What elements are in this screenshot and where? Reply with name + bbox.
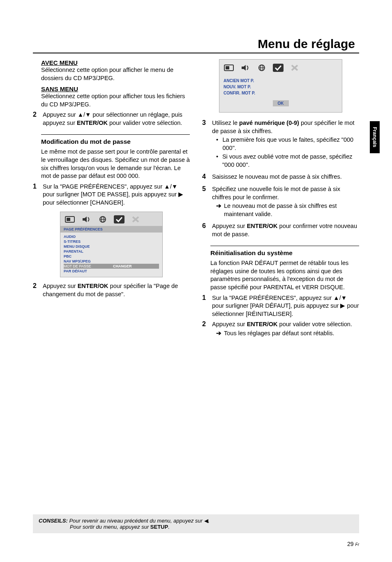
right-column: ANCIEN MOT P. NOUV. MOT P. CONFIR. MOT P…	[202, 59, 359, 337]
text: Pour sortir du menu, appuyez sur	[70, 524, 150, 530]
text: Appuyez sur	[43, 283, 78, 289]
osd-item: PAR DÉFAUT	[64, 269, 159, 274]
bullet-dot: •	[216, 136, 219, 152]
arrow-note: ➔Le nouveau mot de passe à six chiffres …	[216, 202, 359, 218]
sans-block: SANS MENU Sélectionnez cette option pour…	[41, 85, 190, 108]
section-rule	[210, 246, 359, 246]
step-body: Sur la "PAGE PRÉFÉRENCES", appuyez sur ▲…	[43, 183, 190, 207]
mod-step-1: 1 Sur la "PAGE PRÉFÉRENCES", appuyez sur…	[33, 183, 190, 207]
close-icon	[289, 64, 300, 72]
step-body: Appuyez sur ENTER/OK pour spécifier la "…	[43, 282, 190, 298]
enter-ok-label: ENTER/OK	[247, 321, 278, 327]
bullet-text: La première fois que vous le faites, spé…	[222, 136, 359, 152]
tips-label: CONSEILS:	[39, 518, 68, 524]
right-step-4: 4 Saisissez le nouveau mot de passe à si…	[202, 173, 359, 181]
step-body: Utilisez le pavé numérique (0-9) pour sp…	[212, 119, 359, 169]
osd-item: NAV MP3/JPEG	[64, 259, 159, 264]
arrow-text: Tous les réglages par défaut sont rétabl…	[224, 329, 334, 338]
tips-box: CONSEILS: Pour revenir au niveau précéde…	[33, 514, 359, 533]
tv-icon	[65, 215, 75, 223]
step-number: 2	[202, 320, 208, 337]
reinit-step-2: 2 Appuyez sur ENTER/OK pour valider votr…	[202, 320, 359, 337]
ok-button: OK	[273, 100, 289, 106]
globe-icon	[256, 64, 267, 72]
keypad-label: pavé numérique (0-9)	[239, 120, 299, 126]
text: Utilisez le	[212, 120, 239, 126]
arrow-note: ➔Tous les réglages par défaut sont rétab…	[216, 329, 359, 338]
columns: AVEC MENU Sélectionnez cette option pour…	[33, 59, 359, 337]
avec-menu-body: Sélectionnez cette option pour afficher …	[41, 66, 190, 82]
osd-icon-row	[224, 64, 338, 76]
mod-heading: Modification du mot de passe	[41, 138, 190, 145]
speaker-icon	[81, 215, 92, 223]
setup-label: SETUP	[150, 524, 168, 530]
page: Menu de réglage Français AVEC MENU Sélec…	[0, 0, 392, 562]
osd2-ok-row: OK	[224, 96, 338, 106]
svg-rect-6	[226, 66, 229, 69]
osd-list: AUDIO S-TITRES MENU DISQUE PARENTAL PBC …	[60, 233, 162, 277]
step-number: 1	[202, 294, 208, 318]
osd-item: PARENTAL	[64, 249, 159, 254]
left-icon: ◀	[204, 518, 208, 524]
reinit-step-1: 1 Sur la "PAGE PRÉFÉRENCES", appuyez sur…	[202, 294, 359, 318]
osd-section-label: PAGE PRÉFÉRENCES	[60, 226, 162, 233]
osd-hl-right: CHANGER	[113, 264, 132, 268]
right-icon: ▶	[340, 302, 345, 309]
globe-icon	[97, 215, 108, 223]
mod-block: Modification du mot de passe Le même mot…	[41, 138, 190, 180]
updown-icon: ▲/▼	[78, 111, 91, 118]
updown-icon: ▲/▼	[333, 295, 347, 301]
mod-body: Le même mot de passe sert pour le contrô…	[41, 148, 190, 180]
osd-item: PBC	[64, 254, 159, 259]
step-body: Saisissez le nouveau mot de passe à six …	[212, 173, 359, 181]
title-rule	[33, 53, 359, 53]
osd2-label: CONFIR. MOT P.	[224, 90, 338, 96]
arrow-icon: ➔	[216, 202, 221, 218]
text: .	[168, 524, 170, 530]
avec-block: AVEC MENU Sélectionnez cette option pour…	[41, 59, 190, 82]
step-number: 6	[202, 222, 208, 238]
page-number-value: 29	[347, 541, 354, 547]
enter-ok-label: ENTER/OK	[247, 223, 278, 229]
osd2-label: NOUV. MOT P.	[224, 84, 338, 90]
text: pour surligner [MOT DE PASSE], puis appu…	[43, 191, 178, 198]
osd-hl-left: MOT DE PASSE	[64, 264, 113, 268]
text: Spécifiez une nouvelle fois le mot de pa…	[212, 186, 340, 200]
step-body: Sur la "PAGE PRÉFÉRENCES", appuyez sur ▲…	[212, 294, 359, 318]
osd-password: ANCIEN MOT P. NOUV. MOT P. CONFIR. MOT P…	[219, 59, 342, 113]
mod-step-2: 2 Appuyez sur ENTER/OK pour spécifier la…	[33, 282, 190, 298]
osd-item-highlighted: MOT DE PASSE CHANGER	[64, 264, 159, 269]
text: pour surligner [PAR DÉFAUT], puis appuye…	[212, 302, 340, 309]
arrow-text: Le nouveau mot de passe à six chiffres e…	[224, 202, 359, 218]
tv-icon	[224, 64, 234, 72]
page-title: Menu de réglage	[33, 37, 359, 51]
tips-line-2: Pour sortir du menu, appuyez sur SETUP.	[39, 524, 353, 530]
bullet-text: Si vous avez oublié votre mot de passe, …	[222, 153, 359, 169]
text: Appuyez sur	[43, 111, 78, 118]
osd2-label: ANCIEN MOT P.	[224, 78, 338, 84]
updown-icon: ▲/▼	[164, 183, 178, 190]
text: Sur la "PAGE PRÉFÉRENCES", appuyez sur	[212, 295, 333, 301]
tips-line-1: CONSEILS: Pour revenir au niveau précéde…	[39, 518, 353, 524]
text: Appuyez sur	[212, 321, 247, 327]
step-number: 2	[33, 111, 39, 127]
sans-menu-body: Sélectionnez cette option pour afficher …	[41, 92, 190, 108]
text: Pour revenir au niveau précédent du menu…	[68, 518, 204, 524]
reinit-body: La fonction PAR DÉFAUT permet de rétabli…	[210, 259, 359, 291]
speaker-icon	[240, 64, 251, 72]
enter-ok-label: ENTER/OK	[77, 120, 108, 126]
step-number: 3	[202, 119, 208, 169]
check-icon	[273, 64, 284, 72]
text: pour valider votre sélection.	[108, 120, 182, 126]
text: pour sélectionner [CHANGER].	[43, 199, 125, 206]
language-tab: Français	[370, 121, 380, 153]
close-icon	[130, 215, 141, 223]
text: Appuyez sur	[212, 223, 247, 229]
text: Sur la "PAGE PRÉFÉRENCES", appuyez sur	[43, 183, 164, 190]
bullet: •La première fois que vous le faites, sp…	[216, 136, 359, 152]
right-step-3: 3 Utilisez le pavé numérique (0-9) pour …	[202, 119, 359, 169]
osd-icon-row	[60, 212, 162, 226]
osd-preferences: PAGE PRÉFÉRENCES AUDIO S-TITRES MENU DIS…	[60, 212, 163, 277]
osd-item: S-TITRES	[64, 239, 159, 244]
right-step-6: 6 Appuyez sur ENTER/OK pour confirmer vo…	[202, 222, 359, 238]
